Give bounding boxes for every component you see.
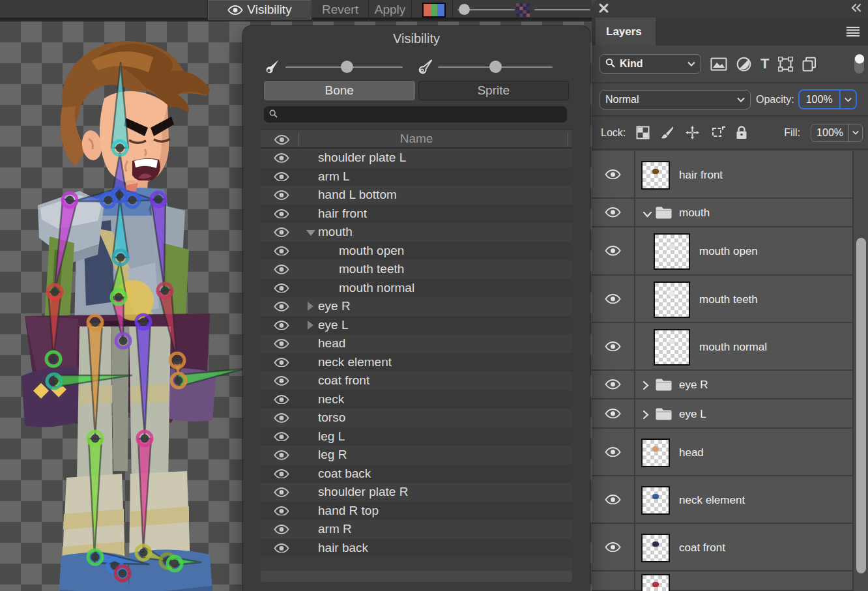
layer-thumbnail[interactable]	[654, 233, 690, 270]
eye-toggle-icon[interactable]	[274, 543, 289, 556]
visibility-row-neck[interactable]: neck	[261, 390, 572, 409]
eye-toggle-icon[interactable]	[274, 506, 289, 519]
visibility-row-hand-R-top[interactable]: hand R top	[261, 502, 572, 521]
close-panel-icon[interactable]	[599, 3, 609, 16]
eye-toggle-icon[interactable]	[274, 246, 289, 259]
visibility-row-arm-L[interactable]: arm L	[261, 167, 572, 186]
visibility-row-hand-L-bottom[interactable]: hand L bottom	[261, 186, 572, 205]
layer-visibility-eye-icon[interactable]	[592, 276, 635, 322]
layer-thumbnail[interactable]	[641, 486, 670, 515]
collapse-panel-icon[interactable]	[850, 3, 861, 15]
layer-row-eye-L[interactable]: eye L	[592, 399, 868, 429]
visibility-row-hair-back[interactable]: hair back	[261, 539, 572, 558]
lock-position-icon[interactable]	[685, 125, 700, 140]
tab-bone[interactable]: Bone	[264, 81, 415, 100]
visibility-row-head[interactable]: head	[261, 334, 572, 353]
visibility-row-leg-L[interactable]: leg L	[261, 427, 572, 446]
visibility-row-hair-front[interactable]: hair front	[261, 205, 572, 223]
layer-row-coat-front[interactable]: coat front	[592, 524, 868, 571]
layer-row-partial[interactable]	[592, 571, 868, 591]
layer-visibility-eye-icon[interactable]	[592, 151, 635, 197]
alpha-slider-knob[interactable]	[459, 4, 470, 15]
expander-expanded-icon[interactable]	[306, 230, 315, 236]
visibility-row-mouth-open[interactable]: mouth open	[261, 242, 572, 261]
layer-thumbnail[interactable]	[641, 534, 670, 562]
layer-row-mouth-open[interactable]: mouth open	[592, 227, 868, 276]
layer-row-hair-front[interactable]: hair front	[592, 151, 868, 199]
filter-shape-layers-icon[interactable]	[778, 57, 793, 72]
eye-toggle-icon[interactable]	[274, 283, 289, 296]
visibility-row-mouth-normal[interactable]: mouth normal	[261, 279, 572, 298]
search-input[interactable]	[282, 109, 542, 120]
visibility-toggle-button[interactable]: Visibility	[208, 0, 311, 20]
bone-opacity-slider-knob[interactable]	[341, 61, 353, 73]
eye-toggle-icon[interactable]	[274, 432, 289, 444]
eye-toggle-icon[interactable]	[274, 358, 289, 370]
layers-scrollbar-thumb[interactable]	[856, 238, 866, 573]
layer-visibility-eye-icon[interactable]	[592, 476, 635, 523]
filter-smart-objects-icon[interactable]	[802, 57, 817, 72]
layer-row-neck-element[interactable]: neck element	[592, 476, 868, 524]
layer-visibility-eye-icon[interactable]	[592, 227, 635, 274]
expander-collapsed-icon[interactable]	[308, 302, 313, 311]
filter-toggle-icon[interactable]	[854, 53, 864, 75]
fill-input[interactable]: 100%	[811, 124, 863, 142]
eye-toggle-icon[interactable]	[274, 172, 289, 184]
opacity-input[interactable]: 100%	[798, 89, 857, 109]
eye-toggle-icon[interactable]	[274, 321, 289, 333]
lock-transparency-icon[interactable]	[636, 126, 650, 139]
layer-visibility-eye-icon[interactable]	[592, 199, 635, 226]
expander-collapsed-icon[interactable]	[308, 321, 313, 330]
group-expanded-chevron-icon[interactable]	[643, 209, 652, 220]
eye-toggle-icon[interactable]	[274, 339, 289, 351]
horizontal-scrollbar[interactable]	[261, 571, 572, 582]
visibility-row-torso[interactable]: torso	[261, 409, 572, 427]
revert-button[interactable]: Revert	[312, 0, 368, 20]
filter-kind-select[interactable]: Kind	[600, 54, 701, 74]
fill-dropdown-arrow[interactable]	[848, 124, 862, 141]
filter-type-layers-icon[interactable]: T	[760, 55, 769, 72]
layer-row-mouth-normal[interactable]: mouth normal	[592, 323, 868, 371]
eye-toggle-icon[interactable]	[274, 469, 289, 482]
group-collapsed-chevron-icon[interactable]	[643, 410, 649, 422]
blend-mode-select[interactable]: Normal	[600, 90, 751, 109]
eye-toggle-icon[interactable]	[274, 395, 289, 407]
eye-toggle-icon[interactable]	[274, 153, 289, 166]
color-channels-swatch-button[interactable]	[422, 3, 446, 18]
layer-visibility-eye-icon[interactable]	[592, 429, 635, 475]
layer-thumbnail[interactable]	[641, 439, 670, 467]
visibility-row-mouth-teeth[interactable]: mouth teeth	[261, 260, 572, 279]
layer-visibility-eye-icon[interactable]	[592, 399, 635, 427]
layer-thumbnail[interactable]	[654, 329, 690, 366]
layer-visibility-eye-icon[interactable]	[592, 371, 635, 398]
panel-menu-icon[interactable]	[846, 26, 860, 40]
visibility-row-coat-back[interactable]: coat back	[261, 465, 572, 483]
brightness-slider-track[interactable]	[534, 9, 590, 10]
eye-toggle-icon[interactable]	[274, 450, 289, 463]
visibility-row-shoulder-plate-L[interactable]: shoulder plate L	[261, 149, 572, 167]
visibility-row-leg-R[interactable]: leg R	[261, 446, 572, 465]
eye-toggle-icon[interactable]	[274, 209, 289, 222]
eye-toggle-icon[interactable]	[274, 227, 289, 240]
layer-row-head[interactable]: head	[592, 429, 868, 476]
eye-toggle-icon[interactable]	[274, 487, 289, 500]
visibility-row-arm-R[interactable]: arm R	[261, 520, 572, 539]
filter-adjustment-layers-icon[interactable]	[736, 57, 751, 72]
group-collapsed-chevron-icon[interactable]	[643, 381, 649, 393]
layer-visibility-eye-icon[interactable]	[592, 323, 635, 369]
eye-toggle-icon[interactable]	[274, 302, 289, 314]
tab-sprite[interactable]: Sprite	[418, 81, 570, 100]
lock-artboard-icon[interactable]	[710, 126, 725, 139]
visibility-row-mouth[interactable]: mouth	[261, 223, 572, 242]
sprite-opacity-slider-knob[interactable]	[489, 61, 502, 73]
fill-value[interactable]: 100%	[811, 127, 848, 139]
eye-toggle-icon[interactable]	[274, 413, 289, 425]
tab-layers[interactable]: Layers	[596, 18, 656, 46]
layer-row-eye-R[interactable]: eye R	[592, 371, 868, 399]
layers-scrollbar-track[interactable]	[852, 151, 868, 591]
lock-all-icon[interactable]	[736, 126, 747, 139]
layer-visibility-eye-icon[interactable]	[592, 524, 635, 570]
lock-pixels-brush-icon[interactable]	[660, 126, 674, 140]
opacity-value[interactable]: 100%	[800, 94, 839, 106]
layer-row-mouth-teeth[interactable]: mouth teeth	[592, 276, 868, 323]
